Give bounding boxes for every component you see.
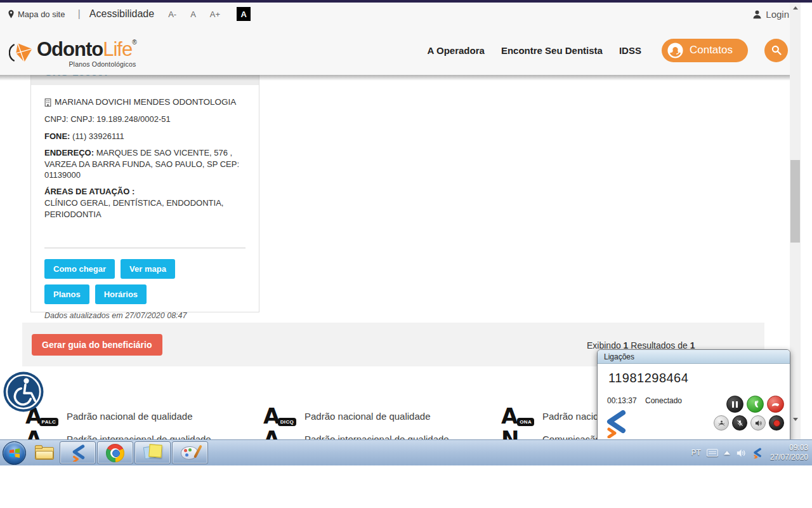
font-normal-button[interactable]: A xyxy=(190,10,196,19)
paint-icon xyxy=(181,444,200,461)
ona-badge-icon: A xyxy=(501,403,518,429)
main-nav: A Operadora Encontre Seu Dentista IDSS C… xyxy=(428,39,788,62)
areas-value: CLÍNICO GERAL, DENTÍSTICA, ENDODONTIA, P… xyxy=(44,197,246,220)
logo-odonto: Odonto xyxy=(37,38,103,60)
site-logo[interactable]: OdontoLife® Planos Odontológicos xyxy=(9,39,136,68)
taskbar-paint-button[interactable] xyxy=(172,441,208,464)
palc-badge-label: Padrão nacional de qualidade xyxy=(67,411,193,422)
volume-icon[interactable] xyxy=(736,448,747,458)
nav-idss[interactable]: IDSS xyxy=(619,45,641,56)
fone-label: FONE: xyxy=(44,131,70,141)
mic-muted-icon xyxy=(736,419,744,427)
map-pin-icon xyxy=(8,10,15,19)
updated-note: Dados atualizados em 27/07/2020 08:47 xyxy=(44,311,246,320)
gerar-guia-button[interactable]: Gerar guia do beneficiário xyxy=(32,334,162,356)
sticky-notes-icon xyxy=(144,444,162,461)
windows-logo-icon xyxy=(9,448,20,458)
search-icon xyxy=(771,44,782,56)
nav-encontre-seu-dentista[interactable]: Encontre Seu Dentista xyxy=(501,45,603,56)
dicq-badge-icon: A xyxy=(263,403,280,429)
odontolife-logo-icon xyxy=(9,39,34,66)
provider-card: CRO 100007 MARIANA DOVICHI MENDES ODONTO… xyxy=(30,71,259,312)
card-actions: Como chegar Ver mapa Planos Horários xyxy=(44,259,209,304)
user-icon xyxy=(752,10,762,19)
screen: Mapa do site | Acessibilidade A- A A+ A … xyxy=(0,0,812,508)
taskbar-chrome-button[interactable] xyxy=(97,441,133,464)
scroll-up-arrow[interactable] xyxy=(790,3,801,13)
cnpj-value: CNPJ: 19.189.248/0002-51 xyxy=(70,114,171,124)
hangup-call-button[interactable] xyxy=(767,396,784,413)
contatos-button[interactable]: Contatos xyxy=(662,39,748,62)
login-label: Login xyxy=(766,9,789,20)
site-header: OdontoLife® Planos Odontológicos A Opera… xyxy=(0,25,801,75)
areas-label: ÁREAS DE ATUAÇÃO : xyxy=(44,187,246,196)
softphone-icon xyxy=(70,444,86,462)
softphone-logo xyxy=(604,410,627,438)
badge-ona: AONA Padrão nacional xyxy=(501,405,611,427)
endereco-label: ENDEREÇO: xyxy=(44,148,94,157)
top-accent-line xyxy=(0,0,812,3)
sitemap-link[interactable]: Mapa do site xyxy=(8,10,65,19)
call-controls xyxy=(714,396,784,431)
contatos-label: Contatos xyxy=(690,44,733,57)
fone-value: (11) 33926111 xyxy=(72,131,124,141)
sitemap-label: Mapa do site xyxy=(18,10,65,19)
pause-icon xyxy=(732,401,738,408)
call-duration: 00:13:37 xyxy=(607,396,637,405)
horarios-button[interactable]: Horários xyxy=(95,284,147,304)
record-icon xyxy=(773,420,780,427)
high-contrast-button[interactable]: A xyxy=(237,7,251,21)
card-divider xyxy=(44,248,246,248)
cnpj-label: CNPJ: xyxy=(44,114,69,124)
badge-palc: APALC Padrão nacional de qualidade xyxy=(25,405,263,427)
mute-mic-button[interactable] xyxy=(732,415,747,431)
wheelchair-icon xyxy=(3,371,44,413)
answer-call-button[interactable] xyxy=(747,396,764,413)
accessibility-label: Acessibilidade xyxy=(89,8,154,20)
badge-dicq: ADICQ Padrão nacional de qualidade xyxy=(263,405,501,427)
hidden-icons-arrow[interactable] xyxy=(724,451,730,455)
transfer-call-button[interactable] xyxy=(714,415,729,431)
call-status: Conectado xyxy=(645,396,682,405)
nav-a-operadora[interactable]: A Operadora xyxy=(428,45,485,56)
call-widget-titlebar[interactable]: Ligações xyxy=(598,350,790,364)
folder-icon xyxy=(35,446,54,460)
taskbar-explorer-button[interactable] xyxy=(30,441,59,465)
scrollbar-thumb[interactable] xyxy=(790,160,800,243)
ver-mapa-button[interactable]: Ver mapa xyxy=(121,259,175,279)
windows-taskbar: PT 09:03 27/07/2020 xyxy=(0,439,812,465)
logo-tagline: Planos Odontológicos xyxy=(37,61,136,68)
speaker-button[interactable] xyxy=(750,415,766,431)
call-number: 11981298464 xyxy=(608,371,688,385)
search-button[interactable] xyxy=(764,39,788,62)
start-button[interactable] xyxy=(3,441,26,465)
vertical-scrollbar[interactable] xyxy=(790,3,801,439)
system-tray: PT 09:03 27/07/2020 xyxy=(691,443,808,462)
transfer-icon xyxy=(717,419,726,427)
taskbar-clock[interactable]: 09:03 27/07/2020 xyxy=(770,443,808,462)
language-indicator[interactable]: PT xyxy=(691,448,701,457)
provider-name: MARIANA DOVICHI MENDES ODONTOLOGIA xyxy=(55,97,236,108)
logo-life: Life xyxy=(103,38,132,60)
record-call-button[interactable] xyxy=(769,415,784,431)
accessibility-widget-button[interactable] xyxy=(3,371,44,415)
login-button[interactable]: Login xyxy=(752,9,789,20)
header-shadow xyxy=(0,75,801,81)
taskbar-softphone-button[interactable] xyxy=(60,441,96,464)
ligacoes-call-widget: Ligações 11981298464 00:13:37 Conectado xyxy=(597,349,790,443)
keyboard-icon[interactable] xyxy=(707,449,718,457)
clock-time: 09:03 xyxy=(770,443,808,453)
phone-hangup-icon xyxy=(771,399,781,410)
font-smaller-button[interactable]: A- xyxy=(168,10,176,19)
scroll-down-arrow[interactable] xyxy=(790,414,801,424)
taskbar-sticky-notes-button[interactable] xyxy=(134,441,171,464)
hold-call-button[interactable] xyxy=(726,396,743,413)
como-chegar-button[interactable]: Como chegar xyxy=(44,259,115,279)
quality-badges-row-1: APALC Padrão nacional de qualidade ADICQ… xyxy=(25,405,611,427)
planos-button[interactable]: Planos xyxy=(44,284,89,304)
speaker-icon xyxy=(754,419,763,427)
tray-softphone-icon[interactable] xyxy=(752,448,762,458)
utility-bar: Mapa do site | Acessibilidade A- A A+ A … xyxy=(0,3,801,25)
chrome-icon xyxy=(106,444,124,462)
font-larger-button[interactable]: A+ xyxy=(210,10,220,19)
